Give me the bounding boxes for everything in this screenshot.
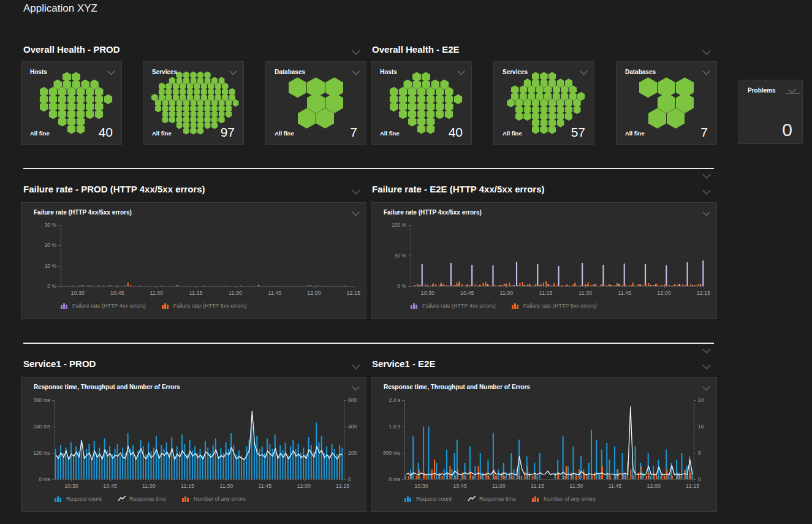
x-tick-label: 10:45	[103, 483, 117, 489]
hex-row	[398, 109, 453, 119]
hexagon-healthy	[77, 124, 85, 134]
page-title: Application XYZ	[23, 2, 97, 15]
chart-plot-area	[404, 400, 694, 479]
dashboard-page: Application XYZ Overall Health - PROD Ov…	[0, 0, 812, 524]
chevron-down-icon[interactable]	[702, 47, 711, 55]
chevron-down-icon[interactable]	[352, 186, 360, 195]
tile-label: Services	[503, 69, 528, 75]
x-tick-label: 11:45	[609, 483, 622, 489]
service1-e2e-chart-tile[interactable]: Response time, Throughput and Number of …	[371, 377, 717, 512]
x-tick-label: 11:30	[219, 483, 233, 489]
legend-item[interactable]: Failure rate (HTTP 5xx errors)	[162, 302, 247, 309]
chevron-down-icon[interactable]	[352, 47, 360, 55]
tile-label: Services	[152, 69, 177, 75]
x-tick-label: 11:45	[259, 483, 272, 489]
status-text: All fine	[503, 130, 522, 137]
y-tick-label: 0 %	[376, 283, 406, 289]
bar-series-icon	[411, 302, 419, 309]
x-tick-label: 11:30	[229, 290, 242, 296]
hexagon-healthy	[49, 109, 58, 119]
hexagon-healthy	[232, 99, 239, 107]
failure-rate-e2e-chart-tile[interactable]: Failure rate (HTTP 4xx/5xx errors) 100 %…	[371, 202, 717, 319]
hexagon-healthy	[436, 109, 444, 119]
status-text: All fine	[275, 130, 294, 137]
entity-count: 57	[571, 125, 585, 140]
chevron-down-icon[interactable]	[352, 361, 360, 370]
health-tile-e2e-databases[interactable]: Databases All fine 7	[616, 61, 717, 145]
entity-count: 7	[350, 125, 357, 140]
hex-row	[417, 124, 435, 134]
section-divider	[23, 343, 714, 344]
y-tick-label: 240 ms	[20, 423, 50, 430]
entity-count: 40	[99, 125, 113, 140]
section-overall-health-e2e: Overall Health - E2E	[372, 44, 460, 55]
x-tick-label: 12:15	[347, 290, 361, 296]
legend-item[interactable]: Failure rate (HTTP 4xx errors)	[61, 302, 146, 309]
x-tick-label: 11:00	[142, 483, 156, 489]
legend-item[interactable]: Response time	[118, 495, 166, 502]
line-series-icon	[468, 495, 476, 502]
sparkline-placeholder	[786, 93, 800, 94]
legend-item[interactable]: Response time	[468, 495, 516, 502]
hexagon-healthy	[454, 94, 463, 104]
legend-item[interactable]: Failure rate (HTTP 4xx errors)	[411, 302, 496, 309]
y-tick-label: 100 %	[376, 222, 406, 228]
y-tick-label: 120 ms	[20, 450, 50, 456]
hex-row	[389, 94, 463, 104]
x-tick-label: 10:30	[64, 483, 78, 489]
health-tile-prod-hosts[interactable]: Hosts All fine 40	[21, 61, 122, 145]
x-tick-label: 12:00	[307, 290, 321, 296]
hex-row	[67, 124, 85, 134]
chart-plot-area	[411, 225, 705, 286]
x-tick-label: 10:30	[71, 290, 85, 296]
x-tick-label: 11:45	[268, 290, 281, 296]
tile-label: Hosts	[380, 69, 397, 75]
chart-legend: Request countResponse timeNumber of any …	[404, 495, 612, 502]
bar-series-icon	[162, 302, 170, 309]
status-text: All fine	[625, 130, 645, 137]
failure-rate-prod-chart-tile[interactable]: Failure rate (HTTP 4xx/5xx errors) 30 %2…	[21, 202, 366, 319]
service1-prod-chart: 360 ms240 ms120 ms0 ms600400200010:3010:…	[21, 378, 366, 511]
chart-title: Failure rate (HTTP 4xx/5xx errors)	[384, 209, 482, 216]
x-tick-label: 12:00	[657, 290, 671, 296]
chevron-down-icon[interactable]	[702, 361, 711, 370]
service1-prod-chart-tile[interactable]: Response time, Throughput and Number of …	[21, 377, 366, 512]
tile-label: Problems	[748, 87, 776, 94]
y-tick-label: 0 ms	[20, 476, 50, 482]
hexagon-healthy	[176, 121, 183, 129]
chevron-down-icon[interactable]	[702, 186, 711, 195]
hexagon-healthy	[445, 109, 453, 119]
legend-label: Request count	[416, 496, 452, 502]
legend-item[interactable]: Number of any errors	[182, 495, 246, 502]
x-tick-label: 12:15	[697, 290, 711, 296]
health-tile-prod-databases[interactable]: Databases All fine 7	[265, 61, 366, 145]
legend-item[interactable]: Failure rate (HTTP 5xx errors)	[512, 302, 597, 309]
y-tick-label: 24	[698, 397, 704, 403]
y-tick-label: 600	[348, 397, 357, 403]
chevron-down-icon[interactable]	[788, 86, 796, 94]
health-tile-prod-services[interactable]: Services All fine 97	[143, 61, 244, 145]
health-tile-e2e-services[interactable]: Services All fine 57	[493, 61, 594, 145]
problems-tile[interactable]: Problems 0	[738, 80, 803, 144]
hexagon-healthy	[573, 105, 581, 114]
legend-label: Number of any errors	[544, 496, 596, 502]
hexagon-healthy	[204, 121, 211, 129]
tile-label: Hosts	[30, 69, 47, 75]
legend-label: Failure rate (HTTP 4xx errors)	[72, 303, 146, 309]
legend-item[interactable]: Request count	[404, 495, 452, 502]
health-tile-e2e-hosts[interactable]: Hosts All fine 40	[371, 61, 472, 145]
x-tick-label: 11:15	[181, 483, 194, 489]
chevron-down-icon[interactable]	[702, 170, 711, 179]
y-tick-label: 30 %	[26, 222, 56, 228]
hexagon-healthy	[556, 118, 564, 127]
y-tick-label: 50 %	[376, 253, 406, 259]
hexagon-healthy	[86, 109, 94, 119]
chevron-down-icon[interactable]	[702, 345, 711, 354]
y-tick-label: 20 %	[26, 242, 56, 248]
x-tick-label: 10:45	[453, 483, 467, 489]
legend-item[interactable]: Request count	[55, 495, 102, 502]
legend-item[interactable]: Number of any errors	[532, 495, 596, 502]
chart-title: Response time, Throughput and Number of …	[384, 384, 530, 390]
y-tick-label: 0 %	[26, 283, 56, 289]
hex-row	[531, 125, 556, 134]
